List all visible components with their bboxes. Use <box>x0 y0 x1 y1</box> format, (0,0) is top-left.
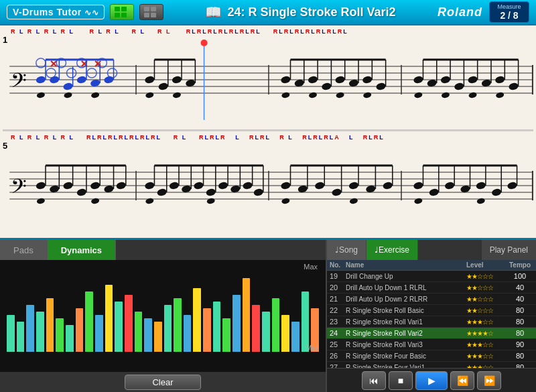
svg-point-153 <box>348 181 359 190</box>
exercise-no: 25 <box>330 340 346 348</box>
svg-point-39 <box>103 75 114 84</box>
exercise-name: R Single Stroke Roll Vari1 <box>346 318 466 326</box>
exercise-row-22[interactable]: 22 R Single Stroke Roll Basic ★★☆☆☆ 80 <box>327 305 536 316</box>
dynamics-bar-24 <box>243 278 251 352</box>
tab-exercise[interactable]: ♩Exercise <box>366 240 418 260</box>
staff-row-1: 1 R L R L R L R L R L R L R L R L RLRLRL… <box>0 25 536 129</box>
exercise-stars: ★★★★☆ <box>466 330 507 337</box>
exercise-no: 22 <box>330 306 346 314</box>
staff-row-2: 5 R L R L R L R L RLRLRLRLRLRLRL R L RLR… <box>0 131 536 233</box>
dynamics-bar-27 <box>272 298 280 352</box>
exercise-stars: ★★★☆☆ <box>466 318 507 326</box>
dynamics-bar-3 <box>36 312 44 352</box>
svg-point-77 <box>467 75 478 84</box>
tab-dynamics[interactable]: Dynamics <box>48 240 116 260</box>
exercise-stars: ★★☆☆☆ <box>466 296 507 303</box>
dynamics-bar-4 <box>46 298 54 352</box>
exercise-name: R Single Stroke Roll Basic <box>346 307 466 314</box>
fast-forward-button[interactable]: ⏩ <box>477 371 501 390</box>
exercise-row-27[interactable]: 27 R Single Stroke Four Vari1 ★★★☆☆ 80 <box>327 362 536 368</box>
svg-point-168 <box>476 181 486 190</box>
svg-rect-6 <box>144 13 149 17</box>
svg-rect-4 <box>144 7 149 11</box>
rl-row-1: R L R L R L R L R L R L R L R L RLRLRLRL… <box>11 28 533 35</box>
toolbar-btn-2[interactable] <box>139 4 163 20</box>
tab-pads[interactable]: Pads <box>0 240 48 260</box>
exercise-row-24[interactable]: 24 R Single Stroke Roll Vari2 ★★★★☆ 80 <box>327 328 536 339</box>
svg-point-79 <box>494 75 505 84</box>
exercise-name: Drill Auto Up Down 1 RLRL <box>346 284 466 291</box>
svg-point-97 <box>336 92 345 99</box>
lesson-title: 24: R Single Stroke Roll Vari2 <box>227 5 395 19</box>
header-right: Roland Measure 2 / 8 <box>438 1 529 23</box>
exercise-row-26[interactable]: 26 R Single Stroke Four Basic ★★★☆☆ 80 <box>327 350 536 362</box>
rl-row-2: R L R L R L R L RLRLRLRLRLRLRL R L RLRLR… <box>11 134 533 141</box>
exercise-no: 23 <box>330 318 346 326</box>
dynamics-bar-11 <box>115 302 123 352</box>
svg-point-90 <box>36 92 46 99</box>
svg-point-101 <box>468 92 478 99</box>
header-left: V-Drums Tutor ∿∿ <box>7 4 163 20</box>
exercise-no: 21 <box>330 295 346 303</box>
svg-point-100 <box>441 92 450 99</box>
exercise-tempo: 80 <box>507 352 533 360</box>
svg-point-128 <box>144 181 155 190</box>
logo-wave: ∿∿ <box>84 8 98 17</box>
svg-rect-1 <box>121 7 127 11</box>
svg-point-134 <box>218 181 228 190</box>
dynamics-bar-28 <box>281 315 289 352</box>
svg-point-19 <box>200 40 207 46</box>
svg-point-96 <box>308 92 318 99</box>
dynamics-bar-30 <box>302 291 310 352</box>
svg-point-34 <box>36 75 46 84</box>
exercise-row-20[interactable]: 20 Drill Auto Up Down 1 RLRL ★★☆☆☆ 40 <box>327 282 536 293</box>
exercise-rows-container: 19 Drill Change Up ★★☆☆☆ 100 20 Drill Au… <box>327 271 536 368</box>
exercise-no: 27 <box>330 363 346 368</box>
svg-text:𝄢: 𝄢 <box>11 70 26 96</box>
header-center: 📖 24: R Single Stroke Roll Vari2 <box>163 4 438 20</box>
stop-button[interactable]: ■ <box>389 371 413 390</box>
clear-button[interactable]: Clear <box>125 375 200 390</box>
dynamics-bar-8 <box>85 291 93 352</box>
exercise-row-23[interactable]: 23 R Single Stroke Roll Vari1 ★★★☆☆ 80 <box>327 316 536 328</box>
dynamics-bar-1 <box>17 322 25 352</box>
exercise-row-21[interactable]: 21 Drill Auto Up Down 2 RLRR ★★☆☆☆ 40 <box>327 293 536 305</box>
play-button[interactable]: ▶ <box>415 371 448 390</box>
max-label: Max <box>304 263 318 271</box>
tab-play-panel[interactable]: Play Panel <box>482 240 536 260</box>
svg-point-180 <box>90 198 100 205</box>
svg-point-170 <box>507 181 517 190</box>
svg-point-181 <box>145 198 154 205</box>
dynamics-bar-7 <box>76 308 84 352</box>
dynamics-bar-0 <box>7 315 15 352</box>
svg-rect-7 <box>151 13 156 17</box>
dynamics-bar-23 <box>232 295 241 352</box>
dynamics-bar-29 <box>291 322 299 352</box>
exercise-row-19[interactable]: 19 Drill Change Up ★★☆☆☆ 100 <box>327 271 536 282</box>
exercise-row-25[interactable]: 25 R Single Stroke Roll Vari3 ★★★☆☆ 90 <box>327 339 536 350</box>
svg-point-116 <box>76 188 87 196</box>
right-tabs: ♩Song ♩Exercise Play Panel <box>327 240 536 260</box>
tab-song[interactable]: ♩Song <box>327 240 366 260</box>
exercise-no: 20 <box>330 283 346 291</box>
svg-point-95 <box>281 92 290 99</box>
fast-back-button[interactable]: ⏪ <box>450 371 474 390</box>
staff-svg-1: 𝄢 <box>0 36 536 123</box>
exercise-tempo: 40 <box>507 283 533 291</box>
toolbar-btn-1[interactable] <box>110 4 134 20</box>
measure-box: Measure 2 / 8 <box>489 1 529 23</box>
list-icon <box>144 7 157 17</box>
svg-point-184 <box>349 198 358 205</box>
svg-point-48 <box>157 82 168 90</box>
exercise-tempo: 80 <box>507 318 533 326</box>
exercise-tempo: 40 <box>507 295 533 303</box>
vdrums-logo: V-Drums Tutor ∿∿ <box>7 5 105 19</box>
svg-point-133 <box>206 188 216 196</box>
exercise-name: R Single Stroke Four Basic <box>346 352 466 360</box>
skip-back-button[interactable]: ⏮ <box>362 371 386 390</box>
dynamics-bar-22 <box>222 318 230 352</box>
dynamics-bar-6 <box>66 325 74 352</box>
svg-point-59 <box>321 82 332 90</box>
svg-point-179 <box>36 198 46 205</box>
exercise-no: 26 <box>330 352 346 360</box>
